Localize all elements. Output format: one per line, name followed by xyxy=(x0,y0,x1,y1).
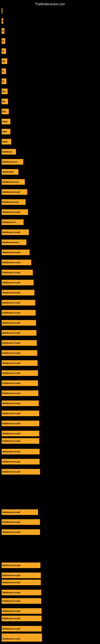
bar-row: Bottleneck xyxy=(1,169,18,175)
bar-row: Bottleneck result xyxy=(1,270,33,275)
bar-row: Bottleneck result xyxy=(1,340,37,346)
bar-row: E xyxy=(1,28,4,34)
bar-row: Bottl xyxy=(1,119,10,124)
bar-row: Bottleneck result xyxy=(1,330,36,336)
bar-row: B xyxy=(1,68,6,74)
bar-row: Bottleneck result xyxy=(1,300,35,306)
bar-label: Bot xyxy=(2,110,6,113)
bar: Bo xyxy=(1,58,7,64)
bar-label: Bottleneck result xyxy=(2,581,20,584)
bar-label: Bottleneck resu xyxy=(2,181,19,183)
bar: Bottleneck result xyxy=(1,431,39,436)
bar xyxy=(1,8,2,14)
bar-row: Bottleneck re xyxy=(1,219,24,225)
bar: Bottl xyxy=(1,119,10,124)
bar: Bott xyxy=(1,129,10,134)
bar-row: B xyxy=(1,38,5,44)
bar: Bottleneck result xyxy=(1,380,38,386)
bar: Bottleneck result xyxy=(1,270,33,275)
bar-label: Bottleneck result xyxy=(2,617,20,620)
bar-label: Bottleneck result xyxy=(2,191,20,193)
bar: Bo xyxy=(1,88,8,94)
bar-label: Bottleneck result xyxy=(2,628,20,630)
bar: B xyxy=(1,38,5,44)
bar: Bottleneck resu xyxy=(1,179,25,185)
bar-label: Bottleneck result xyxy=(2,402,20,404)
bar-row: B xyxy=(1,78,6,84)
bar: E xyxy=(1,28,4,34)
bar-label: Bottleneck xyxy=(2,171,14,173)
bar-label: Bottleneck result xyxy=(2,281,20,284)
bar-row: Bottleneck result xyxy=(1,360,38,366)
bar-label: Bottleneck result xyxy=(2,610,20,612)
bar: Bottleneck result xyxy=(1,598,41,604)
bar-label: Bottleneck result xyxy=(2,251,20,254)
bar: Bottleneck result xyxy=(1,509,38,515)
bar-label: Bottleneck result xyxy=(2,591,20,594)
bar: Bo xyxy=(1,98,8,104)
bar: Bottleneck result xyxy=(1,572,41,578)
bar-row xyxy=(1,8,2,14)
bar: Bottleneck result xyxy=(1,350,37,356)
bar-label: Bottleneck re xyxy=(2,221,16,224)
bar: Bottleneck result xyxy=(1,370,38,376)
bar: Bottleneck result xyxy=(1,340,37,346)
bar-label: Bottleneck resu xyxy=(2,201,19,203)
bar-label: Bottleneck result xyxy=(2,432,20,435)
bar: Bottleneck res xyxy=(1,159,23,164)
bar-row: Bottleneck result xyxy=(1,320,36,326)
bar-row: Bottleneck resu xyxy=(1,199,26,205)
bar-row: Bottleneck result xyxy=(1,636,42,642)
bar: Bottleneck result xyxy=(1,250,30,255)
bar-row: Bottleneck result xyxy=(1,519,40,525)
bar-row: Bottleneck result xyxy=(1,390,38,396)
bar: Bottleneck result xyxy=(1,420,39,426)
bar-label: Bottleneck result xyxy=(2,564,20,566)
bar: Bottleneck result xyxy=(1,290,34,296)
bar-label: B xyxy=(2,70,4,72)
bar: Bottleneck result xyxy=(1,636,42,642)
bar: Bottleneck result xyxy=(1,608,42,614)
bar: Bottleneck result xyxy=(1,310,36,316)
bar-row: Bott xyxy=(1,129,10,134)
bar: Bottleneck result xyxy=(1,390,38,396)
bar-label: Bottleneck result xyxy=(2,392,20,394)
bar-row: Bottleneck result xyxy=(1,189,27,195)
bar: Bottleneck xyxy=(1,169,18,175)
bar-label: E xyxy=(2,50,4,52)
bar-label: Bottleneck result xyxy=(2,470,20,473)
bar: Bottleneck result xyxy=(1,616,42,621)
bar-row: Bo xyxy=(1,88,8,94)
bar-row: Bottl xyxy=(1,139,11,144)
bar-label: Bottlenec xyxy=(2,150,12,153)
bar-label: Bott xyxy=(2,130,7,133)
bar-row: Bot xyxy=(1,109,9,114)
bar-row: Bottleneck result xyxy=(1,380,38,386)
bar-label: Bottleneck result xyxy=(2,638,20,640)
bar: Bottleneck result xyxy=(1,459,40,464)
bar: Bottleneck result xyxy=(1,529,40,535)
bar: Bot xyxy=(1,109,9,114)
bar-row: Bottleneck result xyxy=(1,562,40,568)
bar-row: Bo xyxy=(1,58,7,64)
bar-label: Bottl xyxy=(2,140,7,143)
bar-label: Bottleneck result xyxy=(2,352,20,354)
bar: Bottleneck result xyxy=(1,626,42,632)
bar: Bottleneck result xyxy=(1,209,28,215)
bar-label: Bottleneck result xyxy=(2,302,20,304)
bar-label: Bottleneck result xyxy=(2,460,20,463)
bar-label: Bottleneck result xyxy=(2,312,20,314)
bar-label: B xyxy=(2,80,4,82)
bar-label: Bo xyxy=(2,60,5,62)
bar-label: Bottleneck result xyxy=(2,211,20,213)
bar: Bottleneck result xyxy=(1,360,38,366)
bar: Bottleneck result xyxy=(1,410,39,416)
bar: Bottleneck resu xyxy=(1,240,26,245)
bar-row: Bottleneck result xyxy=(1,250,30,255)
bar-label: Bottleneck result xyxy=(2,574,20,576)
bar-label: Bottleneck result xyxy=(2,372,20,374)
bar-label: Bottleneck result xyxy=(2,450,20,453)
bar: Bottleneck result xyxy=(1,519,40,525)
bar-label: Bottleneck result xyxy=(2,412,20,414)
bar: Bottl xyxy=(1,139,11,144)
